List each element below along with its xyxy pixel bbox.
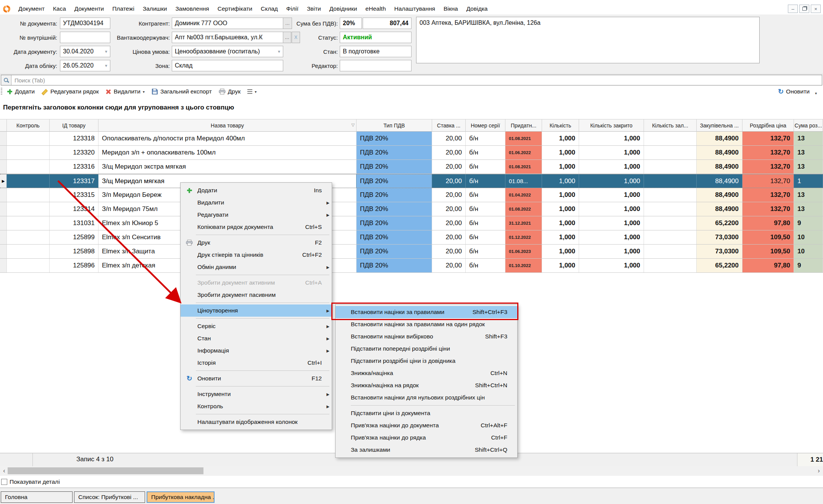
column-header-sum[interactable]: Сума роз...: [794, 119, 823, 132]
table-row[interactable]: 123314З/п Меридол 75млПДВ 20%20,00б/н01.…: [0, 202, 823, 216]
sum-cell[interactable]: 13: [794, 188, 823, 202]
sum-no-vat-field[interactable]: 807,44: [363, 18, 412, 29]
menu-item[interactable]: Підставити роздрібні ціни із довідника: [336, 355, 517, 367]
show-details-checkbox[interactable]: [1, 479, 7, 485]
menu-item-Налаштування[interactable]: Налаштування: [390, 4, 439, 14]
menu-item[interactable]: Встановити націнки за правиламиShift+Ctr…: [336, 306, 517, 318]
marker-cell[interactable]: [0, 146, 7, 159]
horizontal-scrollbar[interactable]: ‹ ›: [0, 466, 823, 476]
table-row[interactable]: 123316З/щ Меридол экстра мягкаяПДВ 20%20…: [0, 160, 823, 174]
column-header-qty_closed[interactable]: Кількість закрито: [579, 119, 644, 132]
menu-item-Залишки[interactable]: Залишки: [139, 4, 171, 14]
column-header-vat[interactable]: Тип ПДВ: [357, 119, 432, 132]
qty_rest-cell[interactable]: [644, 146, 697, 159]
id-cell[interactable]: 125896: [50, 259, 98, 272]
expiry-cell[interactable]: 01.06.2023: [505, 245, 542, 258]
menu-item[interactable]: Стан▶: [181, 332, 332, 345]
vat-cell[interactable]: ПДВ 20%: [357, 245, 432, 258]
qty-cell[interactable]: 1,000: [542, 245, 579, 258]
edit-row-button[interactable]: Редагувати рядок: [39, 87, 101, 96]
minimize-button[interactable]: –: [788, 5, 798, 13]
menu-item-Звіти[interactable]: Звіти: [303, 4, 325, 14]
menu-item[interactable]: Налаштувати відображення колонок: [181, 416, 332, 428]
qty-cell[interactable]: 1,000: [542, 146, 579, 159]
qty-cell[interactable]: 1,000: [542, 259, 579, 272]
control-cell[interactable]: [7, 146, 50, 159]
control-cell[interactable]: [7, 202, 50, 216]
toolbar-grip[interactable]: [1, 88, 2, 95]
menu-item[interactable]: Копіювати рядок документаCtrl+S: [181, 221, 332, 233]
retail-cell[interactable]: 132,70: [742, 132, 794, 145]
control-cell[interactable]: [7, 230, 50, 244]
column-header-expiry[interactable]: Придатн...: [505, 119, 542, 132]
menu-item[interactable]: Ціноутворення▶: [181, 304, 332, 317]
menu-item[interactable]: Інформація▶: [181, 345, 332, 357]
id-cell[interactable]: 123315: [50, 188, 98, 202]
qty_rest-cell[interactable]: [644, 202, 697, 216]
marker-cell[interactable]: [0, 245, 7, 258]
menu-item[interactable]: ДрукF2: [181, 237, 332, 249]
marker-cell[interactable]: [0, 259, 7, 272]
rate-cell[interactable]: 20,00: [432, 132, 466, 145]
menu-item[interactable]: Прив'язка націнки до документаCtrl+Alt+F: [336, 419, 517, 432]
column-header-rate[interactable]: Ставка ...: [432, 119, 466, 132]
purchase-cell[interactable]: 88,4900: [697, 174, 742, 188]
sum-cell[interactable]: 10: [794, 245, 823, 258]
series-cell[interactable]: б/н: [466, 245, 505, 258]
retail-cell[interactable]: 132,70: [742, 146, 794, 159]
expiry-cell[interactable]: 01.08.2021: [505, 160, 542, 174]
purchase-cell[interactable]: 73,0300: [697, 230, 742, 244]
qty_closed-cell[interactable]: 1,000: [579, 245, 644, 258]
qty_rest-cell[interactable]: [644, 245, 697, 258]
purchase-cell[interactable]: 65,2200: [697, 216, 742, 230]
vat-cell[interactable]: ПДВ 20%: [357, 174, 432, 188]
table-row[interactable]: 125898Elmex з/п ЗащитаПДВ 20%20,00б/н01.…: [0, 245, 823, 259]
expiry-cell[interactable]: 01.08.2022: [505, 202, 542, 216]
retail-cell[interactable]: 132,70: [742, 160, 794, 174]
table-row[interactable]: 131031Elmex з/п Юниор 5ПДВ 20%20,00б/н31…: [0, 216, 823, 230]
qty_closed-cell[interactable]: 1,000: [579, 146, 644, 159]
purchase-cell[interactable]: 65,2200: [697, 259, 742, 272]
tab-1[interactable]: Головна: [1, 491, 73, 503]
consignee-input[interactable]: Апт №003 пгт.Барышевка, ул.К: [172, 32, 283, 43]
menu-item-Документ[interactable]: Документ: [14, 4, 49, 14]
vat-cell[interactable]: ПДВ 20%: [357, 230, 432, 244]
retail-cell[interactable]: 132,70: [742, 188, 794, 202]
qty_closed-cell[interactable]: 1,000: [579, 259, 644, 272]
control-cell[interactable]: [7, 132, 50, 145]
vat-cell[interactable]: ПДВ 20%: [357, 202, 432, 216]
rate-cell[interactable]: 20,00: [432, 245, 466, 258]
price-condition-select[interactable]: Ценообразование (госпиталь)▾: [172, 46, 283, 57]
series-cell[interactable]: б/н: [466, 259, 505, 272]
menu-item-Склад[interactable]: Склад: [257, 4, 282, 14]
menu-item[interactable]: Інструменти▶: [181, 388, 332, 400]
qty-cell[interactable]: 1,000: [542, 188, 579, 202]
expiry-cell[interactable]: 01.04.2022: [505, 188, 542, 202]
series-cell[interactable]: б/н: [466, 160, 505, 174]
menu-item[interactable]: Встановити націнки вибірковоShift+F3: [336, 330, 517, 343]
purchase-cell[interactable]: 88,4900: [697, 132, 742, 145]
control-cell[interactable]: [7, 174, 50, 188]
vat-cell[interactable]: ПДВ 20%: [357, 132, 432, 145]
control-cell[interactable]: [7, 245, 50, 258]
qty-cell[interactable]: 1,000: [542, 216, 579, 230]
sum-cell[interactable]: 13: [794, 146, 823, 159]
purchase-cell[interactable]: 88,4900: [697, 188, 742, 202]
vat-percent-field[interactable]: 20%: [340, 18, 362, 29]
table-row[interactable]: ▶123317З/щ Меридол мягкаяПДВ 20%20,00б/н…: [0, 174, 823, 188]
vat-cell[interactable]: ПДВ 20%: [357, 146, 432, 159]
add-button[interactable]: Додати: [5, 87, 37, 96]
column-header-purchase[interactable]: Закупівельна ...: [697, 119, 742, 132]
menu-item[interactable]: Видалити▶: [181, 196, 332, 209]
control-cell[interactable]: [7, 259, 50, 272]
zone-input[interactable]: Склад: [172, 60, 283, 71]
purchase-cell[interactable]: 73,0300: [697, 245, 742, 258]
name-cell[interactable]: Меридол з/п + ополаскиватель 100мл: [98, 146, 357, 159]
menu-item-Вікна[interactable]: Вікна: [439, 4, 462, 14]
expiry-cell[interactable]: 01.06.2022: [505, 146, 542, 159]
table-row[interactable]: 123318Ополаскиватель д/полости рта Мерид…: [0, 132, 823, 146]
qty_closed-cell[interactable]: 1,000: [579, 216, 644, 230]
rate-cell[interactable]: 20,00: [432, 259, 466, 272]
table-row[interactable]: 123320Меридол з/п + ополаскиватель 100мл…: [0, 146, 823, 160]
series-cell[interactable]: б/н: [466, 202, 505, 216]
